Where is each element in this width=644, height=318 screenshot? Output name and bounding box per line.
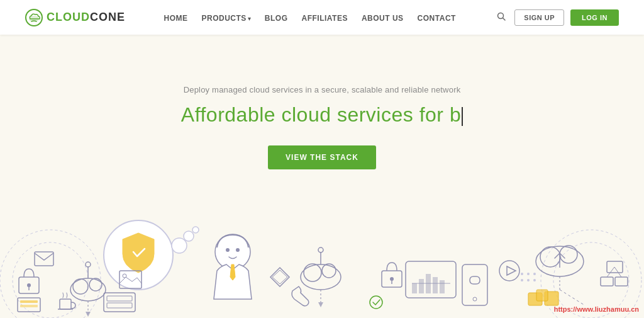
svg-point-9 xyxy=(27,283,31,287)
svg-point-56 xyxy=(560,246,577,263)
svg-point-74 xyxy=(521,273,523,275)
svg-marker-30 xyxy=(272,270,287,284)
svg-point-17 xyxy=(89,278,102,291)
svg-line-62 xyxy=(607,267,614,277)
nav-menu: HOME PRODUCTS BLOG AFFILIATES ABOUT US C… xyxy=(164,12,455,23)
svg-rect-51 xyxy=(433,277,438,293)
svg-point-79 xyxy=(533,279,536,281)
svg-point-76 xyxy=(533,273,536,275)
svg-point-25 xyxy=(192,227,199,233)
svg-point-44 xyxy=(390,277,394,281)
svg-point-73 xyxy=(473,297,477,301)
svg-point-27 xyxy=(226,248,230,252)
logo-text: CLOUDCONE xyxy=(47,11,125,24)
svg-rect-72 xyxy=(462,264,487,305)
search-icon xyxy=(497,12,506,21)
svg-rect-49 xyxy=(419,279,424,293)
svg-rect-13 xyxy=(20,305,38,307)
svg-point-75 xyxy=(527,273,530,275)
nav-item-products[interactable]: PRODUCTS xyxy=(201,12,250,23)
nav-actions: SIGN UP LOG IN xyxy=(494,9,619,26)
hero-title: Affordable cloud services for b xyxy=(181,103,463,127)
nav-item-home[interactable]: HOME xyxy=(164,12,187,23)
svg-point-28 xyxy=(236,248,240,252)
cloudcone-logo-icon xyxy=(25,9,43,26)
watermark: https://www.liuzhamuu.cn xyxy=(554,305,639,313)
logo[interactable]: CLOUDCONE xyxy=(25,9,125,26)
svg-point-24 xyxy=(184,231,194,241)
svg-rect-32 xyxy=(107,296,132,301)
nav-item-blog[interactable]: BLOG xyxy=(265,12,288,23)
svg-rect-60 xyxy=(601,277,613,286)
svg-rect-33 xyxy=(107,303,132,308)
svg-point-77 xyxy=(521,279,523,281)
svg-point-19 xyxy=(86,262,91,267)
svg-rect-70 xyxy=(536,290,548,301)
svg-point-78 xyxy=(527,279,530,281)
svg-point-40 xyxy=(318,247,323,253)
svg-point-5 xyxy=(0,230,101,318)
search-button[interactable] xyxy=(494,9,508,25)
svg-rect-66 xyxy=(60,299,71,309)
svg-point-37 xyxy=(304,264,321,281)
hero-illustration xyxy=(0,154,644,318)
svg-point-46 xyxy=(370,296,382,309)
hero-section: Deploy managed cloud services in a secur… xyxy=(0,35,644,318)
svg-point-16 xyxy=(73,279,88,294)
nav-item-affiliates[interactable]: AFFILIATES xyxy=(302,12,348,23)
svg-point-55 xyxy=(540,247,560,267)
svg-marker-21 xyxy=(86,312,91,317)
svg-line-71 xyxy=(560,290,585,305)
nav-item-about[interactable]: ABOUT US xyxy=(362,12,404,23)
signup-button[interactable]: SIGN UP xyxy=(514,9,564,26)
svg-rect-48 xyxy=(412,283,417,293)
nav-item-contact[interactable]: CONTACT xyxy=(418,12,456,23)
svg-point-36 xyxy=(301,264,341,290)
svg-rect-52 xyxy=(440,280,445,293)
svg-rect-14 xyxy=(35,252,53,266)
svg-line-3 xyxy=(503,18,506,21)
svg-rect-61 xyxy=(615,277,628,286)
svg-rect-50 xyxy=(426,274,431,293)
svg-marker-42 xyxy=(318,302,323,307)
svg-line-63 xyxy=(614,267,621,277)
login-button[interactable]: LOG IN xyxy=(570,9,619,26)
typing-cursor xyxy=(462,107,463,126)
navbar: CLOUDCONE HOME PRODUCTS BLOG AFFILIATES … xyxy=(0,0,644,35)
svg-point-23 xyxy=(172,238,187,253)
svg-marker-65 xyxy=(507,266,516,275)
svg-rect-12 xyxy=(20,300,38,303)
hero-subtitle: Deploy managed cloud services in a secur… xyxy=(184,85,461,94)
